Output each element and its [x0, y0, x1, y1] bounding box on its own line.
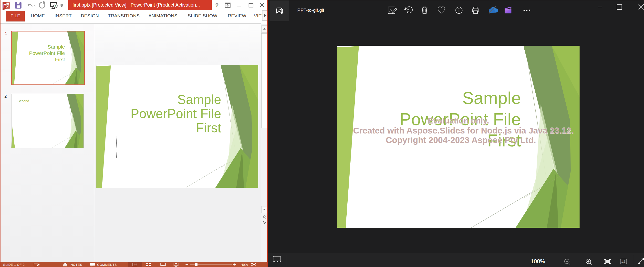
svg-text:40%: 40% [241, 263, 248, 266]
svg-text:COMMENTS: COMMENTS [97, 263, 117, 266]
svg-text:100%: 100% [531, 258, 545, 264]
svg-text:P: P [4, 3, 6, 8]
svg-text:?: ? [215, 2, 218, 8]
svg-text:1:1: 1:1 [621, 260, 626, 263]
svg-text:SLIDE 1 OF 2: SLIDE 1 OF 2 [3, 263, 25, 266]
svg-text:NOTES: NOTES [70, 263, 82, 266]
